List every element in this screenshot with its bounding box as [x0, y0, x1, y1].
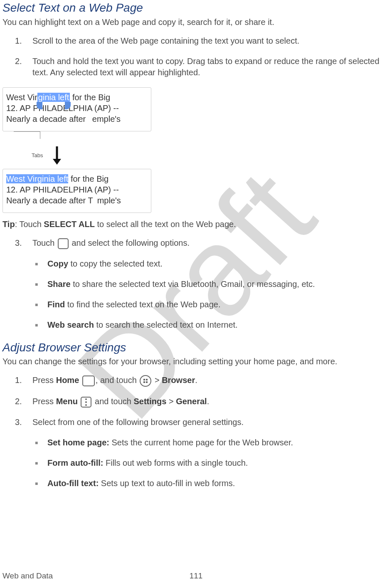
step-1: 1. Scroll to the area of the Web page co… [15, 35, 390, 47]
bs1-d: . [195, 376, 197, 385]
bopt-home-bold: Set home page: [47, 438, 109, 447]
tip-line: Tip: Touch SELECT ALL to select all the … [2, 219, 390, 230]
figure-panel-after: West Virginia left for the Big 12. AP PH… [2, 169, 151, 213]
fig2-l3a: Nearly a decade after T [6, 196, 93, 205]
b-step-1: 1. Press Home , and touch > Browser. [15, 375, 390, 387]
b-step-1-num: 1. [15, 375, 32, 387]
footer-page: 111 [190, 571, 203, 581]
opt-share-text: to share the selected text via Bluetooth… [71, 279, 315, 289]
bullet-icon: ■ [35, 478, 47, 489]
b-step-3-num: 3. [15, 417, 32, 428]
bs1-a: Press [32, 376, 56, 385]
opt-web-bold: Web search [47, 320, 94, 329]
tip-pre: : Touch [15, 220, 44, 229]
bs2-d: . [207, 397, 210, 406]
step-3-pre: Touch [32, 238, 57, 247]
fig1-highlight: ginia left [37, 93, 70, 102]
bopt-auto: ■Auto-fill text: Sets up text to auto-fi… [35, 478, 390, 489]
opt-share: ■Share to share the selected text via Bl… [35, 279, 390, 290]
step-2-text: Touch and hold the text you want to copy… [32, 56, 390, 78]
opt-find: ■Find to find the selected text on the W… [35, 299, 390, 310]
arrow-down-icon [52, 146, 62, 166]
heading-select-text: Select Text on a Web Page [2, 0, 390, 16]
svg-marker-1 [53, 159, 61, 165]
fig2-l3b: mple's [97, 196, 121, 205]
opt-web: ■Web search to search the selected text … [35, 319, 390, 331]
bs2-general: General [176, 397, 207, 406]
b-step-3: 3. Select from one of the following brow… [15, 417, 390, 428]
bs1-b: , and touch [96, 376, 139, 385]
bs1-c: > [155, 376, 162, 385]
menu-icon [81, 397, 91, 408]
apps-icon [140, 375, 151, 387]
figure-panel-before: West Virginia left for the Big 12. AP PH… [2, 87, 151, 131]
page-footer: Web and Data 111 [2, 571, 390, 581]
b-step-2: 2. Press Menu and touch Settings > Gener… [15, 396, 390, 408]
home-icon [82, 376, 95, 386]
intro-select-text: You can highlight text on a Web page and… [2, 17, 390, 28]
tip-post: to select all the text on the Web page. [95, 220, 236, 229]
figure-connector [40, 131, 151, 139]
figure-arrow-row: Tabs [2, 139, 151, 169]
step-3: 3. Touch and select the following option… [15, 237, 390, 249]
heading-adjust-browser: Adjust Browser Settings [2, 340, 390, 356]
opt-find-text: to find the selected text on the Web pag… [65, 300, 220, 309]
fig1-l1b: for the Big [70, 93, 110, 102]
bopt-home: ■Set home page: Sets the current home pa… [35, 437, 390, 448]
bullet-icon: ■ [35, 258, 47, 269]
bullet-icon: ■ [35, 319, 47, 331]
bopt-form-bold: Form auto-fill: [47, 458, 103, 467]
b-step-3-text: Select from one of the following browser… [32, 417, 390, 428]
opt-copy-bold: Copy [47, 259, 68, 268]
step-2: 2. Touch and hold the text you want to c… [15, 56, 390, 78]
page-content: Select Text on a Web Page You can highli… [2, 0, 390, 489]
opt-web-text: to search the selected text on Internet. [94, 320, 238, 329]
options-icon [58, 238, 69, 249]
tip-label: Tip [2, 220, 15, 229]
opt-copy-text: to copy the selected text. [68, 259, 163, 268]
bopt-auto-bold: Auto-fill text: [47, 479, 99, 488]
fig2-l1a: West Virginia left [6, 174, 68, 183]
step-3-num: 3. [15, 237, 32, 249]
bullet-icon: ■ [35, 299, 47, 310]
bs2-a: Press [32, 397, 56, 406]
tip-bold: SELECT ALL [44, 220, 95, 229]
step-3-post: and select the following options. [72, 238, 190, 247]
opt-share-bold: Share [47, 279, 71, 289]
fig2-l2: 12. AP PHILADELPHIA (AP) -- [6, 184, 148, 195]
fig2-l1b: for the Big [68, 174, 108, 183]
bopt-form-text: Fills out web forms with a single touch. [103, 458, 248, 467]
bs2-b: and touch [95, 397, 133, 406]
bopt-home-text: Sets the current home page for the Web b… [109, 438, 293, 447]
bullet-icon: ■ [35, 437, 47, 448]
opt-copy: ■Copy to copy the selected text. [35, 258, 390, 269]
bs2-c: > [166, 397, 176, 406]
bs2-settings: Settings [133, 397, 166, 406]
bullet-icon: ■ [35, 279, 47, 290]
bullet-icon: ■ [35, 457, 47, 469]
fig1-l1a: West Vir [6, 93, 37, 102]
bopt-form: ■Form auto-fill: Fills out web forms wit… [35, 457, 390, 469]
fig1-l3b: emple's [92, 114, 121, 124]
step-1-text: Scroll to the area of the Web page conta… [32, 35, 390, 47]
opt-find-bold: Find [47, 300, 65, 309]
step-1-num: 1. [15, 35, 32, 47]
b-step-1-body: Press Home , and touch > Browser. [32, 375, 390, 387]
bs1-browser: Browser [162, 376, 195, 385]
step-2-num: 2. [15, 56, 32, 78]
bs2-menu: Menu [56, 397, 78, 406]
bopt-auto-text: Sets up text to auto-fill in web forms. [99, 479, 235, 488]
bs1-home: Home [56, 376, 79, 385]
intro-adjust-browser: You can change the settings for your bro… [2, 356, 390, 367]
tabs-label: Tabs [32, 152, 48, 159]
b-step-2-num: 2. [15, 396, 32, 408]
fig1-l3a: Nearly a decade after [6, 114, 88, 124]
fig1-l2: 12. AP PHILADELPHIA (AP) -- [6, 103, 148, 114]
b-step-2-body: Press Menu and touch Settings > General. [32, 396, 390, 408]
step-3-body: Touch and select the following options. [32, 237, 390, 249]
text-selection-figure: West Virginia left for the Big 12. AP PH… [2, 87, 151, 213]
